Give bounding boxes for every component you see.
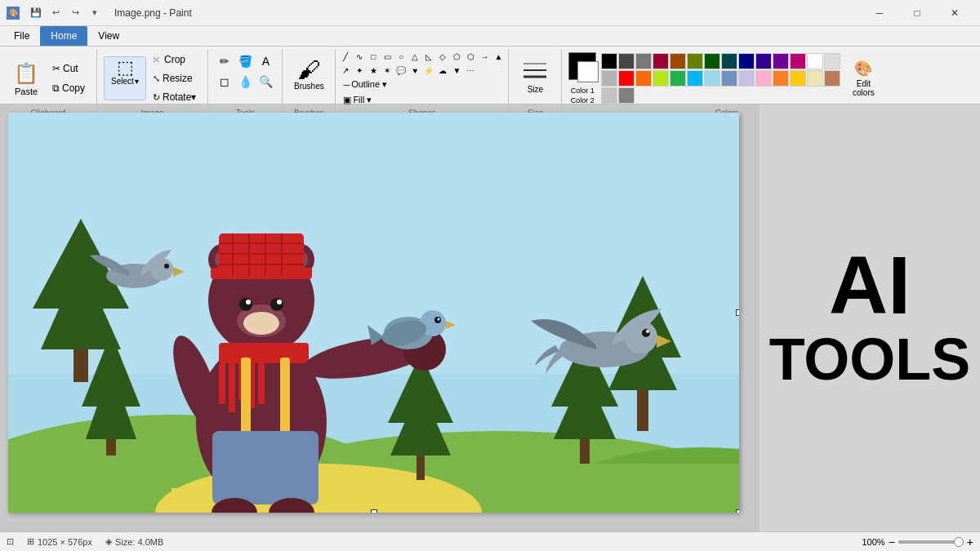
customize-qa-button[interactable]: ▾ xyxy=(87,5,103,21)
undo-qa-button[interactable]: ↩ xyxy=(47,5,64,21)
palette-color-638000[interactable] xyxy=(687,53,703,69)
palette-color-000000[interactable] xyxy=(601,53,617,69)
tab-home[interactable]: Home xyxy=(40,26,87,46)
palette-color-dcdcdc[interactable] xyxy=(824,53,840,69)
palette-color-ff6a00[interactable] xyxy=(635,70,652,87)
color1-display[interactable]: Color 1 xyxy=(568,52,596,95)
resize-handle-right[interactable] xyxy=(736,309,739,316)
rect-shape[interactable]: □ xyxy=(367,50,380,63)
palette-color-ffffff[interactable] xyxy=(807,53,823,69)
canvas-inner[interactable] xyxy=(8,113,739,513)
palette-color-7f7f7f[interactable] xyxy=(618,87,635,104)
arrow-right-shape[interactable]: → xyxy=(478,50,491,63)
canvas-image[interactable] xyxy=(8,113,739,513)
rotate-icon: ↻ xyxy=(153,92,160,103)
diamond-shape[interactable]: ◇ xyxy=(436,50,449,63)
star4-shape[interactable]: ✦ xyxy=(353,64,366,77)
brushes-label: Brushes xyxy=(294,82,324,91)
ellipse-shape[interactable]: ○ xyxy=(394,50,408,63)
pencil-tool[interactable]: ✏ xyxy=(215,51,234,71)
heart-shape[interactable]: ♥ xyxy=(408,64,421,77)
palette-color-ff7f27[interactable] xyxy=(773,70,789,87)
palette-color-990030[interactable] xyxy=(653,53,669,69)
text-tool[interactable]: A xyxy=(256,51,275,71)
close-button[interactable]: ✕ xyxy=(936,0,973,26)
callout-shape[interactable]: 💬 xyxy=(394,64,408,77)
size-icon: ◈ xyxy=(105,536,112,547)
ribbon-tabs: File Home View xyxy=(0,26,980,46)
palette-color-ffaec9[interactable] xyxy=(755,70,772,87)
redo-qa-button[interactable]: ↪ xyxy=(67,5,83,21)
hexagon-shape[interactable]: ⬡ xyxy=(464,50,477,63)
size-label: Size xyxy=(528,85,543,94)
palette-color-b5e61d[interactable] xyxy=(653,70,669,87)
select-button[interactable]: ⬚ Select ▾ xyxy=(104,56,146,100)
palette-color-000080[interactable] xyxy=(738,53,755,69)
triangle-shape[interactable]: △ xyxy=(408,50,421,63)
resize-button[interactable]: ⤡ Resize xyxy=(148,69,201,87)
palette-color-ffc90e[interactable] xyxy=(790,70,806,87)
copy-button[interactable]: ⧉ Copy xyxy=(47,79,90,97)
palette-color-b9006e[interactable] xyxy=(790,53,806,69)
zoom-plus-button[interactable]: + xyxy=(967,535,973,549)
fill-tool[interactable]: 🪣 xyxy=(235,51,255,71)
palette-color-99d9ea[interactable] xyxy=(704,70,720,87)
palette-color-7092be[interactable] xyxy=(721,70,737,87)
brushes-button[interactable]: 🖌 Brushes xyxy=(289,56,328,100)
palette-color-c3c3c3[interactable] xyxy=(601,87,617,104)
right-triangle-shape[interactable]: ◺ xyxy=(422,50,435,63)
star6-shape[interactable]: ✶ xyxy=(381,64,394,77)
tab-file[interactable]: File xyxy=(3,26,40,46)
app-icon: 🎨 xyxy=(7,7,20,20)
edit-colors-button[interactable]: 🎨 Edit colors xyxy=(842,56,884,100)
copy-icon: ⧉ xyxy=(52,82,60,94)
outline-button[interactable]: ─ Outline ▾ xyxy=(339,78,391,91)
magnify-tool[interactable]: 🔍 xyxy=(256,72,275,91)
palette-color-00b7ef[interactable] xyxy=(687,70,703,87)
palette-color-00454c[interactable] xyxy=(721,53,737,69)
zoom-minus-button[interactable]: − xyxy=(889,535,895,549)
maximize-button[interactable]: □ xyxy=(898,0,936,26)
scroll-up[interactable]: ▲ xyxy=(492,50,505,63)
rotate-button[interactable]: ↻ Rotate▾ xyxy=(148,88,201,106)
picker-tool[interactable]: 💧 xyxy=(235,72,255,91)
resize-handle-corner[interactable] xyxy=(736,509,739,513)
more-shapes[interactable]: ⋯ xyxy=(464,64,477,77)
zoom-thumb[interactable] xyxy=(954,537,964,547)
resize-label: Resize xyxy=(163,73,193,84)
line-shape[interactable]: ╱ xyxy=(339,50,352,63)
palette-color-464646[interactable] xyxy=(618,53,635,69)
palette-color-c8bfe7[interactable] xyxy=(738,70,755,87)
crop-button[interactable]: ⛌ Crop xyxy=(148,51,201,69)
arrow-shape[interactable]: ↗ xyxy=(339,64,352,77)
paste-button[interactable]: 📋 Paste xyxy=(7,56,46,100)
palette-color-b97a57[interactable] xyxy=(824,70,840,87)
size-button[interactable]: Size xyxy=(515,56,555,100)
resize-handle-bottom[interactable] xyxy=(371,509,377,513)
palette-color-787878[interactable] xyxy=(635,53,652,69)
eraser-tool[interactable]: ◻ xyxy=(215,72,234,91)
rect-round-shape[interactable]: ▭ xyxy=(381,50,394,63)
cloud-shape[interactable]: ☁ xyxy=(436,64,449,77)
scroll-down[interactable]: ▼ xyxy=(450,64,463,77)
tab-view[interactable]: View xyxy=(87,26,130,46)
palette-color-efe4b0[interactable] xyxy=(807,70,823,87)
palette-color-9c4900[interactable] xyxy=(670,53,686,69)
cut-button[interactable]: ✂ Cut xyxy=(47,60,90,78)
size-lines-icon xyxy=(522,59,548,85)
canvas-container[interactable] xyxy=(0,104,760,531)
minimize-button[interactable]: ─ xyxy=(861,0,898,26)
svg-rect-53 xyxy=(258,363,265,404)
palette-color-22b14c[interactable] xyxy=(670,70,686,87)
curve-shape[interactable]: ∿ xyxy=(353,50,366,63)
star5-shape[interactable]: ★ xyxy=(367,64,380,77)
pentagon-shape[interactable]: ⬠ xyxy=(450,50,463,63)
palette-color-6d0096[interactable] xyxy=(773,53,789,69)
zoom-slider[interactable] xyxy=(898,540,964,544)
palette-color-2e008b[interactable] xyxy=(755,53,772,69)
save-qa-button[interactable]: 💾 xyxy=(28,5,44,21)
palette-color-b4b4b4[interactable] xyxy=(601,70,617,87)
palette-color-ff0000[interactable] xyxy=(618,70,635,87)
palette-color-005700[interactable] xyxy=(704,53,720,69)
lightning-shape[interactable]: ⚡ xyxy=(422,64,435,77)
